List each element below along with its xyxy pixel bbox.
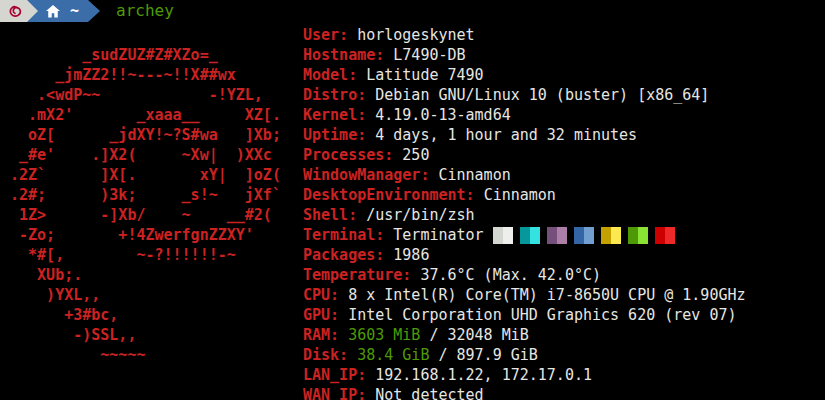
info-row-windowmanager: WindowManager: Cinnamon bbox=[303, 165, 825, 185]
palette-swatch bbox=[665, 227, 675, 244]
info-label: WindowManager: bbox=[303, 166, 438, 184]
info-value: / 897.9 GiB bbox=[429, 346, 537, 364]
info-label: Terminal: bbox=[303, 226, 393, 244]
palette-swatch bbox=[503, 227, 513, 244]
info-row-distro: Distro: Debian GNU/Linux 10 (buster) [x8… bbox=[303, 85, 825, 105]
palette-swatch-pair bbox=[574, 227, 594, 244]
info-value: Cinnamon bbox=[438, 166, 510, 184]
prompt-path-tilde: ~ bbox=[70, 2, 79, 20]
terminal-window[interactable]: ~ archey _sudZUZ#Z#XZo=_ _jmZZ2!!~---~!!… bbox=[0, 0, 825, 400]
prompt-distro-segment bbox=[0, 0, 27, 22]
info-label: Uptime: bbox=[303, 126, 375, 144]
info-row-hostname: Hostname: L7490-DB bbox=[303, 45, 825, 65]
info-row-packages: Packages: 1986 bbox=[303, 245, 825, 265]
info-value: 3603 MiB bbox=[348, 326, 420, 344]
info-label: DesktopEnvironment: bbox=[303, 186, 484, 204]
info-value: 250 bbox=[402, 146, 429, 164]
palette-swatch bbox=[638, 227, 648, 244]
command-text: archey bbox=[116, 0, 174, 22]
debian-ascii-logo: _sudZUZ#Z#XZo=_ _jmZZ2!!~---~!!X##wx .<w… bbox=[0, 45, 303, 365]
info-label: Shell: bbox=[303, 206, 366, 224]
palette-swatch bbox=[530, 227, 540, 244]
info-row-terminal: Terminal: Terminator bbox=[303, 225, 825, 245]
palette-swatch-pair bbox=[655, 227, 675, 244]
info-row-gpu: GPU: Intel Corporation UHD Graphics 620 … bbox=[303, 305, 825, 325]
info-label: Kernel: bbox=[303, 106, 375, 124]
info-row-disk: Disk: 38.4 GiB / 897.9 GiB bbox=[303, 345, 825, 365]
info-label: Distro: bbox=[303, 86, 375, 104]
info-row-cpu: CPU: 8 x Intel(R) Core(TM) i7-8650U CPU … bbox=[303, 285, 825, 305]
info-value: 4 days, 1 hour and 32 minutes bbox=[375, 126, 637, 144]
archey-output: _sudZUZ#Z#XZo=_ _jmZZ2!!~---~!!X##wx .<w… bbox=[0, 22, 825, 400]
info-value: L7490-DB bbox=[393, 46, 465, 64]
info-row-uptime: Uptime: 4 days, 1 hour and 32 minutes bbox=[303, 125, 825, 145]
palette-swatch-pair bbox=[547, 227, 567, 244]
system-info-list: User: horlogeskynetHostname: L7490-DBMod… bbox=[303, 25, 825, 400]
info-value: 1986 bbox=[393, 246, 429, 264]
info-row-user: User: horlogeskynet bbox=[303, 25, 825, 45]
powerline-separator-icon bbox=[88, 0, 100, 22]
info-value: Cinnamon bbox=[484, 186, 556, 204]
info-label: Model: bbox=[303, 66, 366, 84]
info-row-kernel: Kernel: 4.19.0-13-amd64 bbox=[303, 105, 825, 125]
palette-swatch bbox=[584, 227, 594, 244]
info-row-lan_ip: LAN_IP: 192.168.1.22, 172.17.0.1 bbox=[303, 365, 825, 385]
info-label: Processes: bbox=[303, 146, 402, 164]
info-row-wan_ip: WAN_IP: Not detected bbox=[303, 385, 825, 400]
palette-swatch-pair bbox=[601, 227, 621, 244]
info-label: CPU: bbox=[303, 286, 348, 304]
info-value: Latitude 7490 bbox=[366, 66, 483, 84]
info-label: GPU: bbox=[303, 306, 348, 324]
palette-swatch bbox=[547, 227, 557, 244]
palette-swatch bbox=[493, 227, 503, 244]
info-label: Temperature: bbox=[303, 266, 420, 284]
info-label: RAM: bbox=[303, 326, 348, 344]
shell-prompt: ~ archey bbox=[0, 0, 825, 22]
info-row-temperature: Temperature: 37.6°C (Max. 42.0°C) bbox=[303, 265, 825, 285]
info-value: 8 x Intel(R) Core(TM) i7-8650U CPU @ 1.9… bbox=[348, 286, 745, 304]
home-icon bbox=[46, 5, 60, 18]
info-label: Hostname: bbox=[303, 46, 393, 64]
palette-swatch bbox=[628, 227, 638, 244]
info-value: 192.168.1.22, 172.17.0.1 bbox=[375, 366, 592, 384]
info-label: WAN_IP: bbox=[303, 386, 375, 400]
palette-swatch bbox=[574, 227, 584, 244]
info-value: 38.4 GiB bbox=[357, 346, 429, 364]
info-value: Debian GNU/Linux 10 (buster) [x86_64] bbox=[375, 86, 709, 104]
palette-swatch bbox=[557, 227, 567, 244]
info-row-shell: Shell: /usr/bin/zsh bbox=[303, 205, 825, 225]
palette-swatch-pair bbox=[520, 227, 540, 244]
info-value: Terminator bbox=[393, 226, 483, 244]
terminal-color-palette bbox=[493, 227, 675, 244]
info-value: 37.6°C (Max. 42.0°C) bbox=[420, 266, 601, 284]
info-row-model: Model: Latitude 7490 bbox=[303, 65, 825, 85]
palette-swatch bbox=[520, 227, 530, 244]
info-label: Disk: bbox=[303, 346, 357, 364]
powerline-separator-icon bbox=[27, 0, 38, 22]
palette-swatch-pair bbox=[493, 227, 513, 244]
palette-swatch bbox=[611, 227, 621, 244]
info-value: 4.19.0-13-amd64 bbox=[375, 106, 510, 124]
info-row-desktopenvironment: DesktopEnvironment: Cinnamon bbox=[303, 185, 825, 205]
palette-swatch bbox=[655, 227, 665, 244]
info-label: Packages: bbox=[303, 246, 393, 264]
info-row-processes: Processes: 250 bbox=[303, 145, 825, 165]
info-value: / 32048 MiB bbox=[420, 326, 528, 344]
info-value: horlogeskynet bbox=[357, 26, 474, 44]
info-row-ram: RAM: 3603 MiB / 32048 MiB bbox=[303, 325, 825, 345]
info-value: Not detected bbox=[375, 386, 483, 400]
info-label: LAN_IP: bbox=[303, 366, 375, 384]
palette-swatch-pair bbox=[628, 227, 648, 244]
info-label: User: bbox=[303, 26, 357, 44]
info-value: /usr/bin/zsh bbox=[366, 206, 474, 224]
info-value: Intel Corporation UHD Graphics 620 (rev … bbox=[348, 306, 736, 324]
palette-swatch bbox=[601, 227, 611, 244]
debian-swirl-icon bbox=[5, 3, 22, 20]
prompt-path-segment: ~ bbox=[27, 0, 88, 22]
